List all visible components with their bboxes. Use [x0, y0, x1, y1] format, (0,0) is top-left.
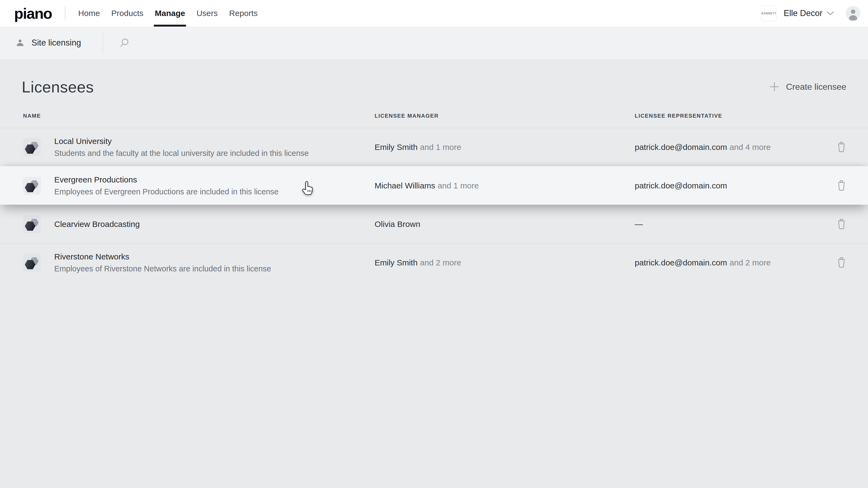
licensee-description: Employees of Evergreen Productions are i… — [54, 187, 279, 196]
name-text: Evergreen Productions Employees of Everg… — [54, 175, 279, 196]
app-bar: Site licensing — [0, 27, 868, 59]
table-row[interactable]: Evergreen Productions Employees of Everg… — [0, 166, 868, 205]
trash-icon — [837, 142, 846, 153]
piano-logo[interactable]: piano — [14, 5, 52, 22]
nav-divider — [65, 6, 65, 21]
representative-email: patrick.doe@domain.com — [635, 142, 727, 152]
column-header-representative: LICENSEE REPRESENTATIVE — [635, 113, 836, 119]
app-label: Site licensing — [31, 38, 81, 48]
person-icon — [16, 38, 24, 47]
page-head: Licensees Create licensee — [22, 76, 846, 97]
manager-more: and 1 more — [420, 142, 461, 152]
licensee-logo-icon — [23, 138, 41, 156]
delete-licensee-button[interactable] — [836, 218, 847, 231]
plus-icon — [769, 81, 780, 93]
table-header: NAME LICENSEE MANAGER LICENSEE REPRESENT… — [0, 113, 868, 128]
delete-licensee-button[interactable] — [836, 179, 847, 193]
manager-name: Emily Smith — [375, 142, 417, 152]
manager-more: and 1 more — [437, 181, 479, 190]
search-button[interactable] — [112, 27, 137, 59]
representative-more: and 4 more — [730, 142, 771, 152]
nav-item-home[interactable]: Home — [72, 0, 105, 27]
representative-cell: patrick.doe@domain.comand 2 more — [635, 258, 836, 267]
manager-cell: Emily Smithand 1 more — [375, 142, 635, 152]
nav-item-products[interactable]: Products — [105, 0, 149, 27]
representative-email: patrick.doe@domain.com — [635, 258, 727, 267]
trash-icon — [837, 180, 846, 191]
table-row[interactable]: Local University Students and the facult… — [0, 128, 868, 166]
column-header-name: NAME — [23, 113, 375, 119]
primary-nav: HomeProductsManageUsersReports — [72, 0, 264, 27]
name-cell: Riverstone Networks Employees of Riverst… — [23, 252, 375, 273]
name-cell: Local University Students and the facult… — [23, 137, 375, 158]
person-icon — [846, 6, 860, 21]
licensee-name: Local University — [54, 137, 309, 146]
licensee-description: Employees of Riverstone Networks are inc… — [54, 264, 271, 273]
manager-cell: Olivia Brown — [375, 220, 635, 229]
subheader-divider — [102, 32, 103, 54]
nav-item-reports[interactable]: Reports — [223, 0, 264, 27]
licensee-name: Riverstone Networks — [54, 252, 271, 261]
search-icon — [119, 38, 130, 48]
top-nav: piano HomeProductsManageUsersReports GAN… — [0, 0, 868, 27]
licensee-logo-icon — [23, 254, 41, 272]
licensee-logo-icon — [23, 177, 41, 195]
name-cell: Clearview Broadcasting — [23, 215, 375, 233]
representative-more: and 2 more — [730, 258, 771, 267]
representative-email: — — [635, 220, 643, 229]
licensee-name: Clearview Broadcasting — [54, 220, 140, 229]
manager-name: Michael Williams — [375, 181, 435, 190]
representative-cell: patrick.doe@domain.com — [635, 181, 836, 190]
representative-cell: — — [635, 220, 836, 229]
name-cell: Evergreen Productions Employees of Everg… — [23, 175, 375, 196]
name-text: Riverstone Networks Employees of Riverst… — [54, 252, 271, 273]
table-row[interactable]: Riverstone Networks Employees of Riverst… — [0, 243, 868, 282]
licensee-description: Students and the faculty at the local un… — [54, 149, 309, 158]
representative-cell: patrick.doe@domain.comand 4 more — [635, 142, 836, 152]
column-header-manager: LICENSEE MANAGER — [375, 113, 635, 119]
org-logo-badge[interactable]: GANNETT — [761, 6, 777, 21]
manager-cell: Emily Smithand 2 more — [375, 258, 635, 267]
nav-right: GANNETT Elle Decor — [761, 6, 860, 21]
licensee-list: Local University Students and the facult… — [0, 128, 868, 282]
delete-licensee-button[interactable] — [836, 140, 847, 154]
page-title: Licensees — [22, 78, 94, 96]
create-licensee-label: Create licensee — [786, 82, 846, 92]
chevron-down-icon[interactable] — [827, 11, 834, 15]
org-switcher[interactable]: Elle Decor — [784, 8, 823, 18]
manager-cell: Michael Williamsand 1 more — [375, 181, 635, 190]
user-avatar[interactable] — [846, 6, 860, 21]
trash-icon — [837, 219, 846, 230]
manager-name: Olivia Brown — [375, 220, 420, 229]
licensee-name: Evergreen Productions — [54, 175, 279, 184]
manager-name: Emily Smith — [375, 258, 417, 267]
nav-item-users[interactable]: Users — [191, 0, 223, 27]
manager-more: and 2 more — [420, 258, 461, 267]
table-row[interactable]: Clearview Broadcasting Olivia Brown — — [0, 205, 868, 243]
app-switcher[interactable]: Site licensing — [0, 38, 81, 48]
nav-item-manage[interactable]: Manage — [149, 0, 191, 27]
create-licensee-button[interactable]: Create licensee — [769, 81, 846, 93]
representative-email: patrick.doe@domain.com — [635, 181, 727, 190]
name-text: Local University Students and the facult… — [54, 137, 309, 158]
trash-icon — [837, 257, 846, 268]
name-text: Clearview Broadcasting — [54, 220, 140, 229]
delete-licensee-button[interactable] — [836, 256, 847, 269]
licensee-logo-icon — [23, 215, 41, 233]
